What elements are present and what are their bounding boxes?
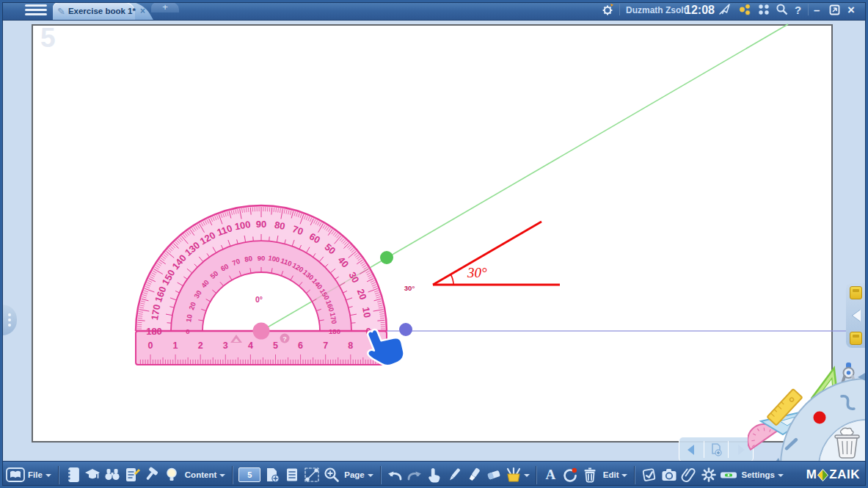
redo-button[interactable] — [405, 465, 425, 484]
new-tab-button[interactable]: + — [151, 2, 179, 12]
chevron-down-icon — [621, 474, 627, 480]
camera-icon[interactable] — [659, 465, 679, 484]
clipboard-panel-handle[interactable] — [846, 283, 866, 348]
spirit-level-icon[interactable] — [718, 465, 738, 484]
tab-title: Exercise book 1* — [68, 7, 136, 15]
paperclip-icon[interactable] — [679, 465, 699, 484]
pointer-finger-icon[interactable] — [425, 465, 445, 484]
settings-gear-icon[interactable] — [699, 465, 718, 484]
mozaik-diamond-icon — [817, 469, 828, 481]
tab-exercise-book[interactable]: ✎ Exercise book 1* × — [53, 2, 135, 20]
mozabook-window: ✎ Exercise book 1* × + Duzmath Zsolt 12:… — [0, 0, 868, 488]
current-page-box[interactable]: 5 — [238, 467, 260, 482]
clock: 12:08 — [685, 0, 715, 20]
search-icon[interactable] — [776, 3, 789, 16]
rocket-icon[interactable] — [718, 3, 732, 16]
rotate-tool-icon[interactable] — [561, 465, 580, 484]
tool-wheel[interactable] — [748, 361, 867, 465]
user-name: Duzmath Zsolt — [626, 0, 687, 20]
tools-hammer-icon[interactable] — [142, 465, 162, 484]
notebook-icon[interactable] — [63, 465, 83, 484]
canvas-page-number: 5 — [40, 23, 56, 54]
eraser-icon[interactable] — [484, 465, 504, 484]
mozaik-logo: M ZAIK — [806, 467, 860, 482]
workspace: 5 — [2, 20, 866, 461]
tab-close-icon[interactable]: × — [140, 6, 145, 16]
title-bar: ✎ Exercise book 1* × + Duzmath Zsolt 12:… — [0, 0, 868, 21]
zoom-icon[interactable] — [321, 465, 341, 484]
document-edit-icon[interactable] — [123, 465, 142, 484]
share-dots-icon[interactable] — [739, 3, 751, 16]
graduation-cap-icon[interactable] — [83, 465, 103, 484]
pen-holder-chevron-icon[interactable] — [524, 474, 530, 480]
chevron-down-icon — [778, 474, 784, 480]
current-color-dot[interactable] — [814, 412, 826, 424]
apps-grid-icon[interactable] — [758, 3, 770, 16]
pencil-icon: ✎ — [57, 6, 65, 17]
main-menu-icon[interactable] — [25, 4, 47, 15]
prev-page-button[interactable] — [679, 437, 704, 462]
edit-menu[interactable]: Edit — [603, 470, 628, 480]
pen-holder-icon[interactable] — [504, 465, 524, 484]
restore-button[interactable] — [829, 3, 840, 16]
close-button[interactable]: × — [847, 0, 855, 20]
lightbulb-icon[interactable] — [162, 465, 182, 484]
sync-settings-gear-icon[interactable] — [600, 3, 615, 16]
copy-icon[interactable] — [850, 286, 862, 299]
page-menu[interactable]: Page — [344, 470, 373, 480]
select-path-icon[interactable] — [302, 465, 321, 484]
undo-button[interactable] — [385, 465, 405, 484]
text-tool-button[interactable]: A — [541, 465, 561, 484]
minimize-button[interactable]: – — [814, 0, 820, 20]
binoculars-icon[interactable] — [103, 465, 123, 484]
expand-left-icon[interactable] — [847, 310, 861, 321]
pen-icon[interactable] — [445, 465, 464, 484]
drawing-canvas[interactable]: 5 — [32, 24, 833, 443]
highlighter-icon[interactable] — [464, 465, 484, 484]
content-menu[interactable]: Content — [185, 470, 225, 480]
page-list-icon[interactable] — [282, 465, 302, 484]
add-page-icon[interactable] — [262, 465, 282, 484]
page-navigator — [679, 437, 754, 462]
add-page-button[interactable] — [704, 437, 729, 462]
help-button[interactable]: ? — [795, 0, 801, 20]
mozabook-icon[interactable] — [5, 465, 25, 484]
chevron-down-icon — [45, 474, 51, 480]
paste-icon[interactable] — [850, 332, 862, 345]
homework-check-icon[interactable] — [639, 465, 659, 484]
file-menu[interactable]: File — [28, 470, 51, 480]
chevron-down-icon — [368, 474, 373, 480]
bottom-toolbar: File Content 5 Page A Edit — [0, 461, 868, 488]
delete-trash-icon[interactable] — [580, 465, 600, 484]
chevron-down-icon — [219, 474, 225, 480]
settings-menu[interactable]: Settings — [741, 470, 783, 480]
